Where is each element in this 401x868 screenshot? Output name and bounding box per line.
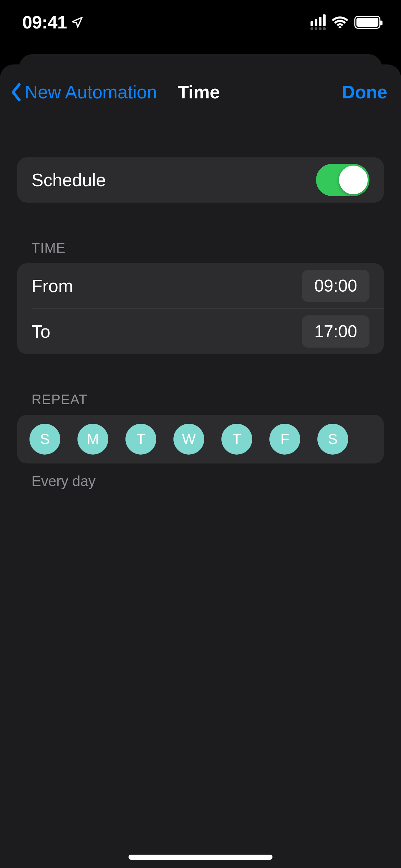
location-icon	[71, 16, 84, 29]
schedule-group: Schedule	[17, 157, 384, 203]
status-time: 09:41	[22, 12, 67, 33]
schedule-row: Schedule	[17, 157, 384, 203]
from-time-value[interactable]: 09:00	[302, 270, 369, 302]
home-indicator[interactable]	[129, 855, 272, 860]
day-monday[interactable]: M	[77, 424, 108, 455]
from-label: From	[32, 276, 73, 296]
day-tuesday[interactable]: T	[125, 424, 156, 455]
to-label: To	[32, 321, 50, 342]
time-group: From 09:00 To 17:00	[17, 263, 384, 354]
battery-icon	[354, 16, 380, 29]
schedule-toggle[interactable]	[316, 164, 369, 196]
back-label: New Automation	[25, 82, 157, 103]
chevron-left-icon	[10, 83, 22, 101]
time-from-row: From 09:00	[17, 263, 384, 309]
day-friday[interactable]: F	[269, 424, 300, 455]
back-button[interactable]: New Automation	[10, 82, 157, 103]
done-button[interactable]: Done	[342, 82, 388, 103]
repeat-section-header: REPEAT	[17, 392, 384, 415]
time-section-header: TIME	[17, 240, 384, 263]
nav-bar: New Automation Time Done	[0, 64, 401, 123]
switch-knob	[339, 166, 368, 194]
day-thursday[interactable]: T	[221, 424, 252, 455]
day-wednesday[interactable]: W	[173, 424, 204, 455]
modal-sheet: New Automation Time Done Schedule TIME F…	[0, 64, 401, 868]
content-area: Schedule TIME From 09:00 To 17:00 REPEAT…	[0, 123, 401, 490]
status-bar: 09:41	[0, 0, 401, 48]
page-title: Time	[178, 82, 220, 103]
day-saturday[interactable]: S	[317, 424, 348, 455]
cellular-signal-icon	[311, 14, 326, 30]
status-time-group: 09:41	[22, 12, 84, 33]
status-indicators	[311, 14, 380, 30]
day-picker: S M T W T F S	[17, 415, 384, 463]
wifi-icon	[332, 16, 348, 29]
repeat-footer: Every day	[17, 463, 384, 490]
day-sunday[interactable]: S	[29, 424, 60, 455]
schedule-label: Schedule	[32, 170, 106, 190]
time-to-row: To 17:00	[17, 309, 384, 354]
to-time-value[interactable]: 17:00	[302, 315, 369, 348]
